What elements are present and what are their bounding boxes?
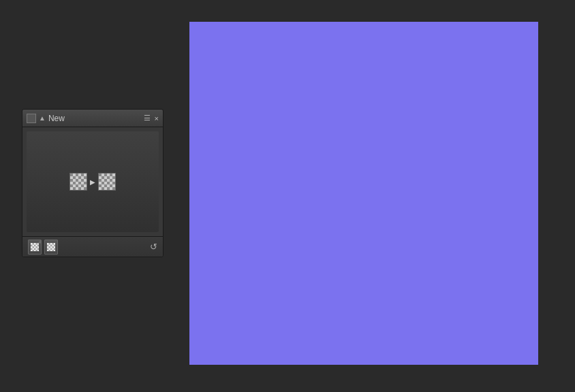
swatch-checker-before (70, 174, 87, 190)
panel-content: ▶ (22, 127, 163, 236)
new-from-clipboard-button[interactable] (44, 240, 58, 255)
swatch-checker-after (99, 174, 115, 190)
panel-color-swatch (27, 114, 36, 123)
main-canvas (189, 22, 538, 365)
swatch-arrow-icon: ▶ (90, 178, 95, 186)
swatch-before (69, 173, 87, 191)
panel-footer: ↺ (22, 236, 163, 257)
panel-titlebar: ▲ New ☰ × (22, 110, 163, 127)
panel-footer-icons (28, 240, 58, 255)
swatch-after (98, 173, 116, 191)
panel-menu-icon[interactable]: ☰ (144, 114, 151, 122)
panel-close-button[interactable]: × (155, 114, 159, 122)
new-document-button[interactable] (28, 240, 42, 255)
new-from-clipboard-icon (46, 242, 56, 252)
panel-preview-area: ▶ (27, 131, 159, 232)
panel-collapse-icon[interactable]: ▲ (39, 114, 46, 122)
panel-titlebar-left: ▲ New (27, 114, 65, 123)
swatch-group: ▶ (69, 173, 116, 191)
refresh-button[interactable]: ↺ (150, 242, 157, 252)
panel-new: ▲ New ☰ × ▶ (22, 109, 164, 257)
panel-titlebar-right: ☰ × (144, 114, 159, 122)
panel-title: New (48, 114, 65, 123)
new-document-icon (30, 242, 40, 252)
